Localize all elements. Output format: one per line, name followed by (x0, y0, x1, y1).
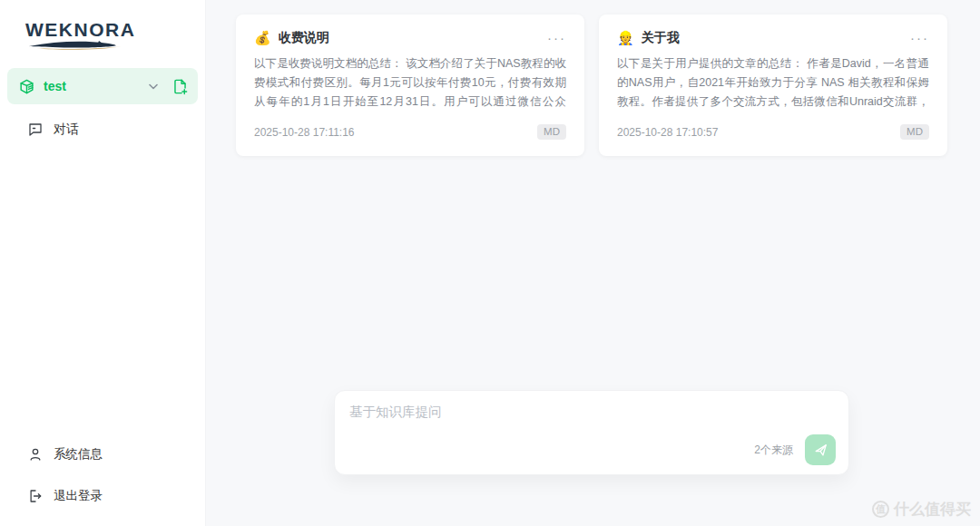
main-content: 💰 收费说明 ··· 以下是收费说明文档的总结： 该文档介绍了关于NAS教程的收… (206, 0, 980, 526)
sidebar-spacer (0, 148, 205, 433)
more-options-icon[interactable]: ··· (547, 29, 566, 46)
more-options-icon[interactable]: ··· (910, 29, 929, 46)
sidebar-item-system-info[interactable]: 系统信息 (0, 433, 205, 475)
card-summary: 以下是收费说明文档的总结： 该文档介绍了关于NAS教程的收费模式和付费区别。每月… (254, 54, 566, 112)
app-window: WEKNORA test (0, 0, 980, 526)
card-footer: 2025-10-28 17:10:57 MD (617, 118, 929, 156)
user-icon (27, 446, 44, 463)
file-format-badge: MD (900, 124, 929, 141)
knowledge-base-selector[interactable]: test (7, 68, 198, 104)
document-card-pricing[interactable]: 💰 收费说明 ··· 以下是收费说明文档的总结： 该文档介绍了关于NAS教程的收… (236, 15, 584, 156)
file-format-badge: MD (537, 124, 566, 141)
paper-plane-icon (813, 443, 828, 458)
logo-text: WEKNORA (25, 20, 205, 39)
sidebar-item-chat-label: 对话 (54, 122, 79, 138)
smzdm-logo-icon: 值 (872, 501, 889, 518)
question-input[interactable] (348, 402, 836, 434)
question-composer: 2个来源 (334, 390, 849, 475)
document-card-list: 💰 收费说明 ··· 以下是收费说明文档的总结： 该文档介绍了关于NAS教程的收… (206, 0, 980, 156)
composer-toolbar: 2个来源 (348, 434, 836, 465)
moneybag-emoji-icon: 💰 (254, 31, 271, 44)
knowledge-base-icon (18, 78, 35, 95)
sidebar-bottom-padding (0, 517, 205, 526)
card-timestamp: 2025-10-28 17:11:16 (254, 126, 355, 139)
sidebar-item-logout-label: 退出登录 (54, 488, 103, 504)
card-title: 关于我 (642, 30, 903, 46)
card-timestamp: 2025-10-28 17:10:57 (617, 126, 718, 139)
worker-emoji-icon: 👷 (617, 31, 634, 44)
card-title: 收费说明 (279, 30, 540, 46)
smzdm-watermark: 值 什么值得买 (872, 499, 971, 520)
logout-icon (27, 488, 44, 504)
sidebar-item-logout[interactable]: 退出登录 (0, 475, 205, 517)
sidebar: WEKNORA test (0, 0, 206, 526)
sidebar-item-system-info-label: 系统信息 (54, 446, 103, 463)
sidebar-item-chat[interactable]: 对话 (0, 112, 205, 148)
card-header: 👷 关于我 ··· (617, 29, 929, 46)
document-card-about-me[interactable]: 👷 关于我 ··· 以下是关于用户提供的文章的总结： 作者是David，一名普通… (599, 15, 947, 156)
logo: WEKNORA (0, 0, 205, 55)
smzdm-watermark-text: 什么值得买 (894, 499, 971, 520)
sources-count-label: 2个来源 (754, 443, 793, 458)
send-button[interactable] (805, 434, 836, 465)
chat-bubble-icon (27, 122, 44, 138)
chevron-down-icon[interactable] (149, 83, 158, 90)
knowledge-base-name: test (44, 79, 141, 93)
card-footer: 2025-10-28 17:11:16 MD (254, 118, 566, 156)
card-summary: 以下是关于用户提供的文章的总结： 作者是David，一名普通的NAS用户，自20… (617, 54, 929, 112)
add-document-icon[interactable] (172, 78, 189, 95)
card-header: 💰 收费说明 ··· (254, 29, 566, 46)
logo-swoosh-icon (27, 40, 129, 50)
